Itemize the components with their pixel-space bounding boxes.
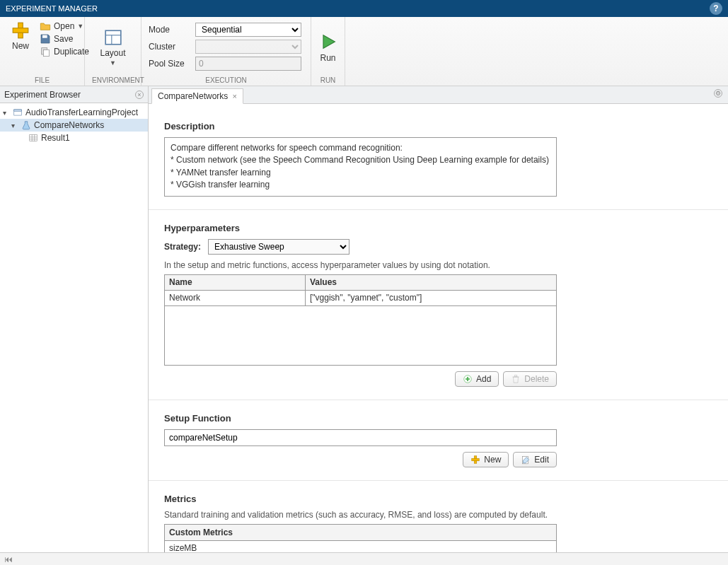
- table-row[interactable]: sizeMB: [165, 540, 557, 552]
- main-area: Experiment Browser × ▾ AudioTransferLear…: [0, 86, 728, 552]
- ribbon-label-execution: EXECUTION: [149, 75, 304, 86]
- poolsize-label: Pool Size: [149, 59, 191, 69]
- hyperparameters-hint: In the setup and metric functions, acces…: [164, 260, 712, 270]
- poolsize-input: [195, 57, 301, 71]
- mode-select[interactable]: Sequential: [195, 23, 301, 37]
- add-hyperparameter-button[interactable]: Add: [455, 371, 499, 387]
- divider: [149, 209, 728, 210]
- edit-setup-button[interactable]: Edit: [513, 452, 557, 467]
- hyperparameters-title: Hyperparameters: [164, 223, 712, 233]
- svg-rect-21: [472, 458, 480, 461]
- setup-function-input[interactable]: [164, 429, 557, 446]
- help-icon[interactable]: ?: [710, 2, 722, 15]
- ribbon-group-file: New Open ▼ Save Duplicate FILE: [0, 17, 85, 86]
- experiment-browser-panel: Experiment Browser × ▾ AudioTransferLear…: [0, 86, 149, 552]
- chevron-down-icon: ▼: [110, 59, 116, 66]
- description-textarea[interactable]: Compare different networks for speech co…: [164, 137, 557, 197]
- experiment-editor: Description Compare different networks f…: [149, 104, 728, 552]
- tree-experiment-row[interactable]: ▾ CompareNetworks: [0, 119, 148, 132]
- svg-rect-9: [14, 110, 22, 111]
- duplicate-button[interactable]: Duplicate: [40, 45, 89, 58]
- delete-hyperparameter-button: Delete: [503, 371, 557, 387]
- ribbon-toolbar: New Open ▼ Save Duplicate FILE: [0, 17, 728, 86]
- svg-rect-19: [515, 375, 518, 376]
- table-icon: [28, 133, 38, 143]
- divider: [149, 480, 728, 481]
- panel-close-icon[interactable]: ×: [135, 91, 144, 99]
- experiment-browser-header: Experiment Browser ×: [0, 86, 148, 103]
- save-icon: [40, 33, 51, 45]
- ribbon-group-run: Run RUN: [311, 17, 345, 86]
- ribbon-label-file: FILE: [7, 75, 77, 86]
- metrics-title: Metrics: [164, 494, 712, 504]
- chevron-down-icon: ▼: [77, 23, 83, 30]
- plus-icon: [470, 455, 480, 465]
- tree-project-row[interactable]: ▾ AudioTransferLearningProject: [0, 106, 148, 119]
- table-header-row: Name Values: [165, 274, 557, 290]
- strategy-select[interactable]: Exhaustive Sweep: [208, 239, 349, 255]
- svg-rect-10: [30, 134, 37, 141]
- description-title: Description: [164, 121, 712, 132]
- metrics-table[interactable]: Custom Metrics sizeMB numLearnableParams…: [164, 524, 557, 552]
- hyperparameters-table[interactable]: Name Values Network ["vggish", "yamnet",…: [164, 274, 557, 366]
- layout-button[interactable]: Layout ▼: [96, 27, 129, 68]
- table-empty-area[interactable]: [165, 305, 557, 365]
- folder-open-icon: [40, 21, 51, 32]
- ribbon-group-execution: Mode Sequential Cluster Pool Size EXECUT…: [141, 17, 311, 86]
- panel-title: Experiment Browser: [4, 90, 81, 100]
- metrics-header: Custom Metrics: [165, 524, 557, 540]
- svg-rect-5: [105, 30, 121, 45]
- status-arrow-icon[interactable]: ⏮: [4, 554, 13, 564]
- setup-function-title: Setup Function: [164, 413, 712, 424]
- tab-strip: CompareNetworks × ⚙: [149, 86, 728, 104]
- divider: [149, 400, 728, 400]
- collapse-icon[interactable]: ▾: [11, 122, 18, 129]
- new-button[interactable]: New: [7, 20, 34, 52]
- metrics-hint: Standard training and validation metrics…: [164, 510, 712, 520]
- table-row[interactable]: Network ["vggish", "yamnet", "custom"]: [165, 290, 557, 305]
- trash-icon: [511, 374, 521, 384]
- status-bar: ⏮: [0, 552, 728, 565]
- play-icon: [318, 32, 338, 52]
- cluster-select: [195, 40, 301, 54]
- plus-icon: [463, 374, 473, 384]
- tab-compare-networks[interactable]: CompareNetworks ×: [151, 88, 243, 104]
- app-title: EXPERIMENT MANAGER: [6, 4, 98, 13]
- content-panel: CompareNetworks × ⚙ Description Compare …: [149, 86, 728, 552]
- open-button[interactable]: Open ▼: [40, 20, 89, 33]
- svg-rect-2: [42, 35, 47, 38]
- run-button[interactable]: Run: [314, 30, 342, 64]
- tab-close-icon[interactable]: ×: [232, 92, 236, 100]
- ribbon-label-run: RUN: [318, 75, 337, 86]
- duplicate-icon: [40, 46, 51, 57]
- tree-result-row[interactable]: Result1: [0, 132, 148, 144]
- title-bar: EXPERIMENT MANAGER ?: [0, 0, 728, 17]
- tab-options-icon[interactable]: ⚙: [714, 89, 722, 98]
- flask-icon: [21, 120, 31, 130]
- new-setup-button[interactable]: New: [463, 452, 509, 467]
- save-button[interactable]: Save: [40, 33, 89, 45]
- collapse-icon[interactable]: ▾: [3, 109, 10, 117]
- strategy-label: Strategy:: [164, 242, 201, 252]
- layout-icon: [104, 28, 122, 47]
- svg-rect-4: [43, 49, 49, 56]
- plus-icon: [11, 21, 30, 40]
- project-icon: [13, 107, 23, 117]
- svg-rect-1: [13, 28, 28, 33]
- mode-label: Mode: [149, 25, 191, 35]
- experiment-tree: ▾ AudioTransferLearningProject ▾ Compare…: [0, 103, 148, 147]
- ribbon-label-environment: ENVIRONMENT: [92, 75, 134, 86]
- edit-icon: [521, 455, 531, 465]
- cluster-label: Cluster: [149, 42, 191, 52]
- ribbon-group-environment: Layout ▼ ENVIRONMENT: [85, 17, 141, 86]
